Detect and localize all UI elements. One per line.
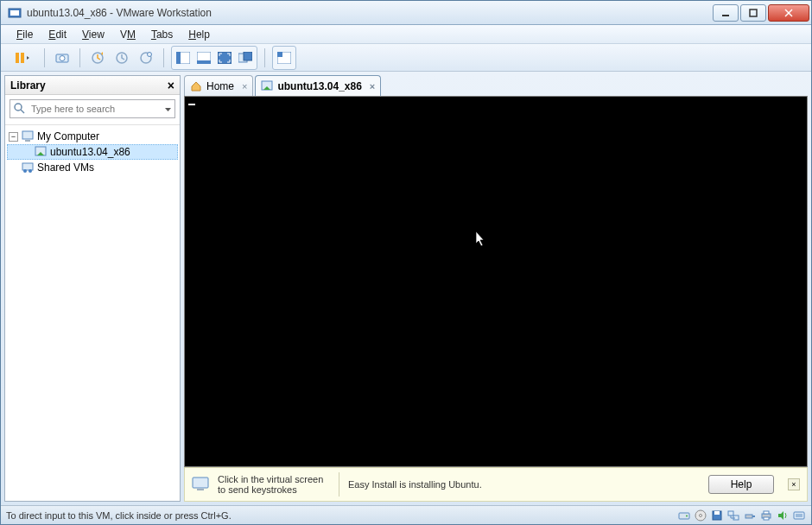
maximize-button[interactable] [740, 4, 766, 22]
svg-rect-40 [728, 511, 733, 516]
network-icon[interactable] [726, 509, 740, 522]
svg-point-23 [15, 104, 22, 111]
svg-rect-15 [176, 52, 181, 64]
home-icon [190, 80, 202, 92]
svg-rect-1 [10, 10, 19, 16]
separator [339, 472, 339, 497]
tree-node-shared[interactable]: Shared VMs [7, 160, 178, 175]
search-input[interactable] [10, 99, 175, 118]
help-button-container: Help [708, 475, 774, 494]
vm-console[interactable] [184, 96, 808, 467]
text-cursor [188, 104, 195, 105]
menu-vm[interactable]: VM [113, 27, 143, 42]
vm-icon [261, 80, 273, 92]
sound-icon[interactable] [776, 509, 790, 522]
vm-icon [34, 145, 48, 159]
tab-label: Home [206, 80, 234, 92]
tree-node-vm[interactable]: ubuntu13.04_x86 [7, 144, 178, 160]
library-search [10, 99, 175, 118]
library-close-button[interactable]: × [168, 79, 174, 92]
svg-rect-6 [16, 53, 19, 63]
svg-rect-25 [22, 131, 33, 139]
svg-point-13 [148, 52, 152, 56]
statusbar-text: To direct input to this VM, click inside… [6, 510, 232, 521]
computer-icon [21, 130, 35, 143]
svg-rect-17 [197, 60, 211, 64]
svg-rect-28 [22, 163, 33, 170]
cd-icon[interactable] [694, 509, 707, 522]
svg-rect-7 [21, 53, 24, 63]
svg-rect-20 [244, 52, 252, 60]
content-area: Library × − My Computer ubuntu13.04_x86 [1, 72, 811, 505]
svg-rect-47 [764, 511, 769, 514]
minimize-button[interactable] [713, 4, 739, 22]
menu-view[interactable]: View [75, 27, 111, 42]
harddisk-icon[interactable] [677, 509, 691, 522]
floppy-icon[interactable] [710, 509, 724, 522]
library-title: Library [10, 79, 46, 92]
power-button[interactable] [8, 47, 37, 68]
search-dropdown-icon[interactable] [164, 104, 172, 117]
main-area: Home × ubuntu13.04_x86 × Click in the vi… [184, 75, 808, 502]
svg-rect-49 [794, 512, 804, 519]
menu-edit[interactable]: Edit [41, 27, 73, 42]
mouse-cursor-icon [472, 231, 487, 252]
menu-tabs[interactable]: Tabs [144, 27, 180, 42]
svg-rect-45 [752, 516, 755, 517]
library-tree: − My Computer ubuntu13.04_x86 Shared VMs [5, 124, 180, 501]
expand-icon[interactable]: − [9, 132, 18, 142]
shared-icon [21, 161, 35, 174]
tab-label: ubuntu13.04_x86 [277, 80, 361, 92]
tab-close-icon[interactable]: × [242, 81, 247, 92]
toolbar [1, 44, 811, 72]
tree-node-mycomputer[interactable]: − My Computer [7, 129, 178, 144]
app-icon [8, 6, 22, 20]
menubar: File Edit View VM Tabs Help [1, 25, 811, 44]
status-text: Easy Install is installing Ubuntu. [348, 479, 482, 490]
window-title: ubuntu13.04_x86 - VMware Workstation [27, 7, 711, 19]
app-window: ubuntu13.04_x86 - VMware Workstation Fil… [0, 0, 812, 525]
svg-rect-32 [193, 478, 208, 488]
view-fullscreen-button[interactable] [214, 47, 235, 68]
tab-home[interactable]: Home × [184, 75, 253, 96]
tab-close-icon[interactable]: × [370, 81, 375, 92]
tabbar: Home × ubuntu13.04_x86 × [184, 75, 808, 96]
view-sidebar-button[interactable] [173, 47, 193, 68]
tab-vm[interactable]: ubuntu13.04_x86 × [255, 75, 381, 96]
statusbar-icons [677, 509, 806, 522]
help-button[interactable]: Help [708, 475, 774, 494]
view-console-button[interactable] [193, 47, 214, 68]
message-icon[interactable] [792, 509, 806, 522]
svg-rect-39 [714, 511, 720, 515]
statusbar: To direct input to this VM, click inside… [1, 505, 811, 524]
titlebar[interactable]: ubuntu13.04_x86 - VMware Workstation [1, 1, 811, 25]
infobar-close-button[interactable]: × [788, 478, 800, 490]
svg-point-29 [23, 169, 27, 173]
svg-rect-26 [25, 140, 30, 142]
tree-label: Shared VMs [37, 161, 94, 174]
snapshot-take-button[interactable] [87, 47, 108, 68]
printer-icon[interactable] [759, 509, 773, 522]
svg-rect-44 [745, 515, 752, 518]
menu-help[interactable]: Help [181, 27, 217, 42]
library-panel: Library × − My Computer ubuntu13.04_x86 [4, 75, 181, 502]
view-unity-button[interactable] [235, 47, 256, 68]
svg-rect-48 [764, 517, 769, 520]
infobar: Click in the virtual screen to send keys… [184, 467, 808, 502]
svg-rect-34 [679, 513, 689, 519]
close-button[interactable] [768, 4, 809, 22]
hint-text: Click in the virtual screen to send keys… [218, 474, 330, 495]
snapshot-manager-button[interactable] [136, 47, 156, 68]
menu-file[interactable]: File [10, 27, 40, 42]
hint-icon [192, 476, 209, 494]
usb-icon[interactable] [743, 509, 757, 522]
snapshot-revert-button[interactable] [111, 47, 132, 68]
snapshot-button[interactable] [52, 47, 73, 68]
svg-line-24 [21, 110, 24, 113]
tree-label: ubuntu13.04_x86 [50, 146, 130, 158]
tree-label: My Computer [37, 130, 99, 142]
view-thumbnail-button[interactable] [274, 47, 295, 68]
svg-point-9 [60, 55, 65, 60]
svg-rect-33 [197, 489, 204, 490]
svg-point-35 [686, 515, 688, 516]
